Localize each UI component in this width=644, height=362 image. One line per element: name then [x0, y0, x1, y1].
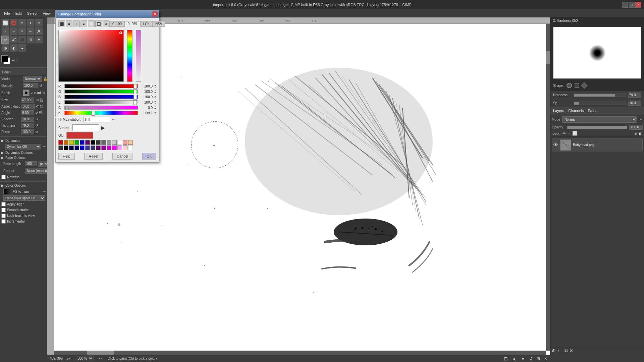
swap-current-old-icon[interactable]: ▶ [101, 125, 105, 130]
layers-mode-select[interactable]: Normal [562, 116, 637, 123]
aspect-ratio-input[interactable] [21, 104, 35, 109]
color-tab-hsv[interactable]: HSV [152, 21, 165, 27]
statusbar-expand-icon[interactable]: ⊞ [537, 356, 540, 361]
opacity-reset-icon[interactable]: ↺ [39, 84, 42, 87]
slider-h-track[interactable] [64, 111, 138, 115]
menu-select[interactable]: Select [24, 11, 40, 16]
tool-clone[interactable]: ⧉ [26, 36, 35, 44]
layer-visibility-eye[interactable]: 👁 [553, 142, 558, 147]
statusbar-rotate-icon[interactable]: ↺ [529, 356, 533, 361]
smooth-stroke-row[interactable]: Smooth stroke [0, 207, 47, 213]
cancel-button[interactable]: Cancel [112, 153, 132, 160]
slider-l-down[interactable]: ▼ [154, 102, 156, 105]
slider-r-up[interactable]: ▲ [154, 84, 156, 86]
incremental-checkbox[interactable] [1, 219, 6, 224]
swatch-8[interactable] [96, 140, 101, 145]
color-range-alt[interactable]: 0..255 [125, 21, 140, 27]
swatch-b9[interactable] [101, 145, 106, 150]
color-options-toggle[interactable]: ▶ [1, 184, 4, 187]
lock-position-icon[interactable]: ⬜ [572, 131, 577, 136]
menu-file[interactable]: File [1, 11, 13, 16]
force-input[interactable] [21, 129, 34, 134]
help-button[interactable]: Help [58, 153, 75, 160]
force-reset-icon[interactable]: ↺ [35, 130, 38, 134]
layers-merge-icon[interactable]: ⊕ [634, 132, 637, 135]
tool-align[interactable]: ≡ [18, 27, 26, 35]
layers-flatten-icon[interactable]: ◧ [639, 132, 642, 135]
slider-b-down[interactable]: ▼ [154, 97, 156, 99]
fade-length-input[interactable] [25, 161, 37, 166]
raise-layer-icon[interactable]: ↑ [557, 348, 559, 353]
color-icon-3[interactable]: ○ [73, 20, 80, 27]
color-icon-2[interactable]: ■ [66, 20, 72, 27]
swatch-b7[interactable] [91, 145, 95, 150]
statusbar-close-icon[interactable]: ✕ [544, 356, 547, 361]
aspect-link-icon[interactable]: ⛓ [40, 105, 43, 108]
repeat-select[interactable]: None (extend) [25, 168, 47, 174]
gradient-edit-icon[interactable]: ✏ [43, 190, 45, 193]
lock-brush-checkbox[interactable] [1, 214, 6, 218]
dynamics-edit-icon[interactable]: ✏ [43, 145, 45, 148]
statusbar-fit-icon[interactable]: ⊡ [504, 356, 508, 361]
scrollbar-vertical[interactable] [546, 24, 550, 351]
delete-layer-icon[interactable]: ✕ [569, 348, 573, 353]
slider-b-thumb[interactable] [133, 95, 137, 100]
slider-c-down[interactable]: ▼ [154, 108, 156, 110]
apply-jitter-checkbox[interactable] [1, 202, 6, 206]
dynamics-options-toggle[interactable]: ▶ [1, 151, 4, 155]
angle-link-icon[interactable]: ⛓ [39, 111, 42, 115]
duplicate-layer-icon[interactable]: ⧉ [565, 348, 568, 353]
tool-transform[interactable]: ⤢ [1, 27, 9, 35]
tool-pencil[interactable]: ✏ [1, 36, 9, 44]
tab-channels[interactable]: Channels [568, 109, 584, 113]
slider-h-thumb[interactable] [92, 111, 95, 116]
slider-h-up[interactable]: ▲ [154, 111, 156, 113]
slider-g-up[interactable]: ▲ [154, 89, 156, 92]
color-hue-strip[interactable] [127, 30, 132, 82]
slider-h-down[interactable]: ▼ [154, 113, 156, 115]
brush-edit-icon[interactable]: ✏ [43, 91, 45, 95]
swatch-4[interactable] [74, 140, 79, 145]
swatch-b6[interactable] [85, 145, 90, 150]
incremental-row[interactable]: Incremental [0, 219, 47, 224]
swatch-6[interactable] [85, 140, 90, 145]
angle-input[interactable] [21, 110, 34, 115]
swatch-b14[interactable] [128, 145, 133, 150]
scrollbar-horizontal[interactable] [54, 351, 546, 355]
swatch-12[interactable] [117, 140, 122, 145]
html-input[interactable] [83, 117, 110, 122]
slider-l-up[interactable]: ▲ [154, 100, 156, 102]
tool-flip[interactable]: ↔ [10, 27, 18, 35]
foreground-color-swatch[interactable] [1, 55, 8, 62]
html-edit-icon[interactable]: ✏ [112, 117, 115, 122]
swatch-b12[interactable] [117, 145, 122, 150]
statusbar-nav-up[interactable]: ▲ [512, 356, 517, 361]
opacity-input[interactable] [23, 83, 38, 88]
tool-rect-select[interactable]: ⬜ [1, 19, 9, 27]
spacing-value-input[interactable] [628, 101, 641, 106]
swatch-b11[interactable] [112, 145, 117, 150]
spacing-reset-icon[interactable]: ↺ [35, 117, 38, 121]
tool-fuzzy-select[interactable]: ✦ [26, 19, 35, 27]
menu-view[interactable]: View [40, 11, 53, 16]
swatch-1[interactable] [58, 140, 63, 145]
blend-color-select[interactable]: Blend Color Space Lin... [3, 195, 45, 201]
swatch-10[interactable] [107, 140, 111, 145]
shape-circle[interactable] [567, 83, 572, 88]
hardness-reset-icon[interactable]: ↺ [35, 124, 38, 127]
slider-r-thumb[interactable] [133, 84, 137, 89]
slider-r-down[interactable]: ▼ [154, 86, 156, 88]
close-window-button[interactable]: ✕ [635, 2, 641, 8]
tool-crop[interactable]: ✂ [35, 19, 43, 27]
zoom-select[interactable]: 300 % [76, 356, 94, 361]
apply-jitter-row[interactable]: Apply Jitter [0, 201, 47, 207]
lower-layer-icon[interactable]: ↓ [561, 348, 563, 353]
slider-c-track[interactable] [64, 106, 138, 110]
swatch-b1[interactable] [58, 145, 63, 150]
layer-item[interactable]: 👁 Babyhead.png [552, 138, 643, 152]
swatch-b4[interactable] [74, 145, 79, 150]
swatch-b10[interactable] [107, 145, 111, 150]
swatch-3[interactable] [69, 140, 74, 145]
scrollbar-thumb-v[interactable] [546, 51, 550, 64]
shape-square[interactable] [575, 83, 579, 88]
